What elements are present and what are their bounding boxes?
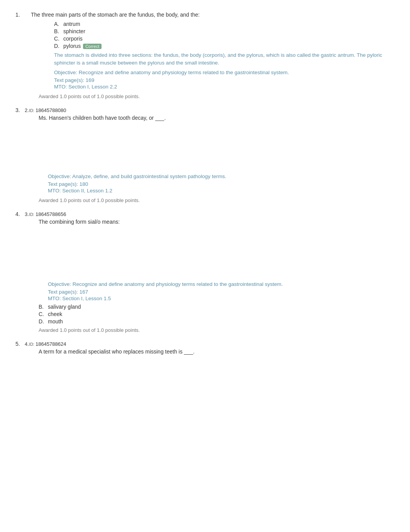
answer-3b: B. salivary gland [39,304,395,310]
answer-1c-letter: C. [54,36,63,42]
question-1-answers: A. antrum B. sphincter C. corporis D. py… [54,21,395,49]
answer-1d-letter: D. [54,43,63,49]
question-3-answers: B. salivary gland C. cheek D. mouth [39,304,395,325]
question-1-awarded: Awarded 1.0 points out of 1.0 possible p… [39,93,395,99]
question-2-explanation-block: Objective: Analyze, define, and build ga… [48,173,395,194]
question-3-block: 4. 3.ID: 18645788656 The combining form … [15,211,395,333]
question-3-explanation-block: Objective: Recognize and define anatomy … [48,280,395,301]
question-2-text-pages: Text page(s): 180 [48,181,395,187]
answer-1d-text: pylorus [63,43,81,49]
question-3-text: The combining form sial/o means: [39,219,395,225]
answer-1a: A. antrum [54,21,395,27]
answer-3d: D. mouth [39,318,395,325]
question-1-objective: Objective: Recognize and define anatomy … [54,69,395,76]
question-1-row: 1. The three main parts of the stomach a… [15,12,395,92]
answer-3d-letter: D. [39,318,48,325]
question-1-text-pages: Text page(s): 169 [54,77,395,83]
question-2-outer-num: 3. [15,107,25,113]
question-3-sub-label: 3. [25,211,29,217]
question-2-awarded: Awarded 1.0 points out of 1.0 possible p… [39,197,395,203]
question-1-content: The three main parts of the stomach are … [31,12,395,92]
question-1-mto: MTO: Section I, Lesson 2.2 [54,84,395,90]
answer-3d-text: mouth [48,318,63,325]
question-4-outer-row: 5. 4.ID: 18645788624 A term for a medica… [15,341,395,358]
question-1-explanation-block: The stomach is divided into three sectio… [54,51,395,90]
question-2-inner: 2.ID: 18645788080 Ms. Hansen's children … [25,107,395,196]
question-4-inner: 4.ID: 18645788624 A term for a medical s… [25,341,395,358]
answer-1c: C. corporis [54,36,395,42]
answer-3c-letter: C. [39,311,48,317]
answer-3c-text: cheek [48,311,62,317]
question-2-mto: MTO: Section II, Lesson 1.2 [48,188,395,194]
question-2-id-value: 18645788080 [36,107,66,113]
question-2-text: Ms. Hansen's children both have tooth de… [39,115,395,121]
answer-3b-text: salivary gland [48,304,81,310]
question-3-outer-row: 4. 3.ID: 18645788656 The combining form … [15,211,395,326]
question-2-objective: Objective: Analyze, define, and build ga… [48,173,395,180]
question-2-block: 3. 2.ID: 18645788080 Ms. Hansen's childr… [15,107,395,203]
question-3-id-value: 18645788656 [36,211,66,217]
question-4-text: A term for a medical specialist who repl… [39,348,395,355]
answer-1a-letter: A. [54,21,63,27]
question-2-id-label: ID: [29,108,36,113]
answer-1d: D. pylorus Correct [54,43,395,49]
correct-badge-1: Correct [83,44,102,49]
question-4-outer-num: 5. [15,341,25,347]
question-1-block: 1. The three main parts of the stomach a… [15,12,395,99]
question-3-mto: MTO: Section I, Lesson 1.5 [48,296,395,301]
question-3-id-line: 3.ID: 18645788656 [25,211,395,217]
question-4-id-line: 4.ID: 18645788624 [25,341,395,347]
question-3-text-pages: Text page(s): 167 [48,289,395,295]
answer-1b-text: sphincter [63,28,85,34]
question-3-outer-num: 4. [15,211,25,217]
answer-1c-text: corporis [63,36,83,42]
answer-1a-text: antrum [63,21,80,27]
answer-1b: B. sphincter [54,28,395,34]
question-2-outer-row: 3. 2.ID: 18645788080 Ms. Hansen's childr… [15,107,395,196]
question-3-awarded: Awarded 1.0 points out of 1.0 possible p… [39,327,395,333]
question-4-id-label: ID: [29,342,36,347]
question-3-inner: 3.ID: 18645788656 The combining form sia… [25,211,395,326]
answer-1b-letter: B. [54,28,63,34]
question-2-id-line: 2.ID: 18645788080 [25,107,395,113]
question-4-block: 5. 4.ID: 18645788624 A term for a medica… [15,341,395,358]
question-2-sub-label: 2. [25,107,29,113]
question-1-text: The three main parts of the stomach are … [31,12,395,18]
question-3-objective: Objective: Recognize and define anatomy … [48,280,395,288]
question-4-sub-label: 4. [25,341,29,347]
question-4-id-value: 18645788624 [36,341,66,347]
question-3-id-label: ID: [29,212,36,217]
question-1-number: 1. [15,12,31,18]
answer-3c: C. cheek [39,311,395,317]
question-1-explanation: The stomach is divided into three sectio… [54,51,395,67]
answer-3b-letter: B. [39,304,48,310]
